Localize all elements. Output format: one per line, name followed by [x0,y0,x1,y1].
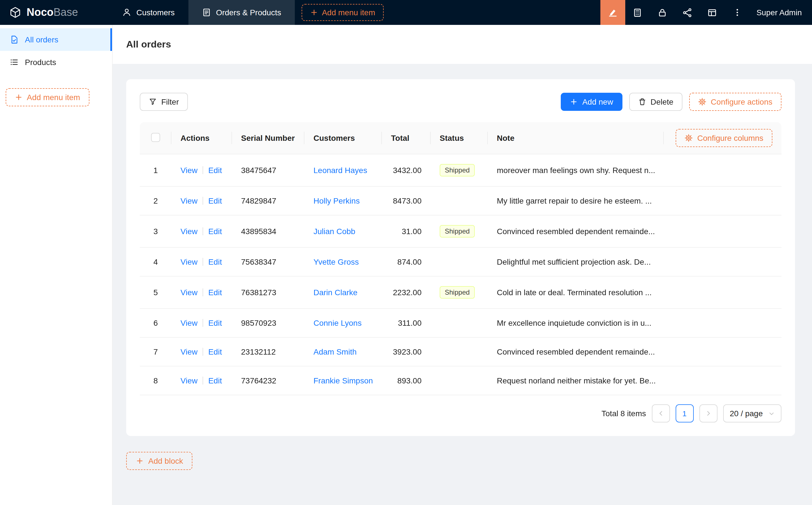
add-block-button[interactable]: Add block [126,452,193,470]
serial-number: 74829847 [241,196,276,205]
status-tag: Shipped [440,164,475,176]
view-link[interactable]: View [180,318,197,327]
view-link[interactable]: View [180,376,197,385]
edit-link[interactable]: Edit [208,166,222,175]
note-cell: My little garret repair to desire he est… [488,186,664,215]
edit-link[interactable]: Edit [208,318,222,327]
customer-link[interactable]: Julian Cobb [313,227,355,236]
row-index-cell: 5 [140,276,171,309]
configure-columns-button[interactable]: Configure columns [676,129,772,147]
edit-link[interactable]: Edit [208,288,222,297]
serial-number: 23132112 [241,347,276,356]
total-cell: 874.00 [382,247,431,276]
view-link[interactable]: View [180,257,197,266]
orders-products-icon [202,8,211,17]
filter-button[interactable]: Filter [140,93,188,111]
nav-item-orders-products[interactable]: Orders & Products [188,0,294,25]
serial-number: 43895834 [241,227,276,236]
customer-link[interactable]: Adam Smith [313,347,357,356]
pagination-prev-button[interactable] [652,404,670,423]
api-connections-icon-button[interactable] [675,0,700,25]
table-row: 6 ViewEdit 98570923 Connie Lyons 311.00 … [140,309,782,337]
note-text: Request norland neither mistake for yet.… [497,376,656,385]
column-header-actions: Actions [171,122,232,154]
view-link[interactable]: View [180,288,197,297]
view-link[interactable]: View [180,166,197,175]
column-header-serial-number: Serial Number [232,122,304,154]
customer-link[interactable]: Frankie Simpson [313,376,373,385]
sidebar-item-all-orders[interactable]: All orders [0,28,112,51]
note-cell: Cold in late or deal. Terminated resolut… [488,276,664,309]
total-value: 8473.00 [393,196,422,205]
view-link[interactable]: View [180,196,197,205]
nav-item-customers[interactable]: Customers [109,0,188,25]
add-new-button[interactable]: Add new [561,93,622,111]
sidebar-item-label: Products [25,58,56,67]
add-menu-item-button-sidebar[interactable]: Add menu item [6,88,90,106]
table-row: 2 ViewEdit 74829847 Holly Perkins 8473.0… [140,186,782,215]
customer-cell: Darin Clarke [304,276,382,309]
config-column-cell [664,154,782,186]
sidebar-item-products[interactable]: Products [0,51,112,73]
view-link[interactable]: View [180,347,197,356]
row-index: 7 [153,347,158,356]
configure-actions-button[interactable]: Configure actions [689,93,782,111]
total-cell: 311.00 [382,309,431,337]
select-all-checkbox[interactable] [151,133,160,142]
customer-link[interactable]: Darin Clarke [313,288,358,297]
view-link[interactable]: View [180,227,197,236]
nocobase-logo[interactable]: NocoBase [0,0,109,25]
customer-cell: Leonard Hayes [304,154,382,186]
serial-number: 75638347 [241,257,276,266]
calculator-icon-button[interactable] [625,0,650,25]
more-actions-button[interactable] [725,0,750,25]
customer-link[interactable]: Connie Lyons [313,318,362,327]
serial-number-cell: 98570923 [232,309,304,337]
table-row: 3 ViewEdit 43895834 Julian Cobb 31.00 Sh… [140,215,782,247]
column-header-note: Note [488,122,664,154]
logo-cube-icon [9,6,21,19]
pagination-page-1[interactable]: 1 [675,404,693,423]
total-value: 2232.00 [393,288,422,297]
action-divider [202,289,203,296]
note-cell: moreover man feelings own shy. Request n… [488,154,664,186]
orders-table: Actions Serial Number Customers Total St… [140,122,782,395]
action-divider [202,319,203,327]
serial-number: 38475647 [241,166,276,175]
nav-item-label: Customers [136,8,174,17]
total-value: 311.00 [398,318,422,327]
pagination-next-button[interactable] [699,404,717,423]
edit-link[interactable]: Edit [208,347,222,356]
serial-number: 76381273 [241,288,276,297]
status-cell: Shipped [431,276,488,309]
user-menu[interactable]: Super Admin [750,8,802,17]
page-size-select[interactable]: 20 / page [723,404,782,423]
note-text: Cold in late or deal. Terminated resolut… [497,288,652,297]
edit-link[interactable]: Edit [208,376,222,385]
customer-link[interactable]: Holly Perkins [313,196,360,205]
customer-cell: Holly Perkins [304,186,382,215]
customer-link[interactable]: Yvette Gross [313,257,359,266]
edit-link[interactable]: Edit [208,227,222,236]
customer-link[interactable]: Leonard Hayes [313,166,367,175]
column-header-total: Total [382,122,431,154]
total-cell: 2232.00 [382,276,431,309]
total-cell: 8473.00 [382,186,431,215]
lock-icon-button[interactable] [650,0,675,25]
add-menu-item-button-navbar[interactable]: Add menu item [302,4,384,21]
pagination: Total 8 items 1 [140,404,782,423]
status-cell [431,366,488,395]
delete-button[interactable]: Delete [629,93,682,111]
edit-link[interactable]: Edit [208,196,222,205]
column-header-status: Status [431,122,488,154]
layout-icon-button[interactable] [700,0,725,25]
plus-icon [15,93,23,101]
pagination-total: Total 8 items [601,409,646,418]
ui-editor-button[interactable] [600,0,625,25]
edit-link[interactable]: Edit [208,257,222,266]
customer-cell: Adam Smith [304,337,382,366]
note-cell: Convinced resembled dependent remainde..… [488,337,664,366]
action-divider [202,166,203,174]
row-index: 1 [153,166,158,175]
total-cell: 3432.00 [382,154,431,186]
